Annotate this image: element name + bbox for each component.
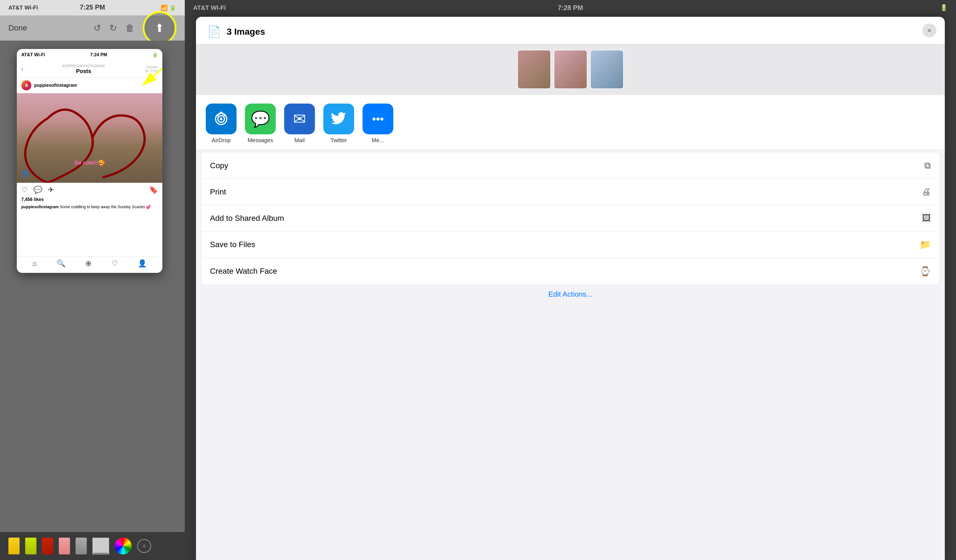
inner-app-name: PUPPIESOFINSTAGRAM — [26, 64, 141, 68]
left-panel: AT&T Wi-Fi 7:25 PM 📶 🔋 Done ↺ ↻ 🗑 ⬆ AT&T… — [0, 0, 185, 560]
share-app-twitter[interactable]: Twitter — [322, 104, 355, 144]
left-toolbar: Done ↺ ↻ 🗑 ⬆ — [0, 16, 185, 41]
copy-icon: ⧉ — [925, 160, 931, 171]
print-icon: 🖨 — [922, 187, 931, 197]
share-app-more[interactable]: ••• Me... — [361, 104, 395, 144]
preview-thumb-3 — [590, 50, 624, 89]
svg-point-4 — [220, 118, 223, 120]
left-battery: 📶 🔋 — [161, 5, 176, 11]
share-actions: Copy ⧉ Print 🖨 Add to Shared Album 🖼 Sav… — [201, 152, 939, 284]
add-shared-album-action[interactable]: Add to Shared Album 🖼 — [201, 205, 939, 231]
caption-username[interactable]: puppiesofinstagram — [21, 205, 59, 209]
inner-time: 7:24 PM — [90, 52, 107, 57]
left-time: 7:25 PM — [80, 3, 105, 11]
share-title: 3 Images — [227, 27, 265, 37]
inner-bottom-nav: ⌂ 🔍 ⊕ ♡ 👤 — [17, 256, 162, 273]
post-actions-left: ♡ 💬 ✈ — [21, 185, 54, 194]
share-header-doc-icon: 📄 — [207, 25, 221, 38]
inner-nav-center: PUPPIESOFINSTAGRAM Posts — [26, 64, 141, 74]
redo-icon[interactable]: ↻ — [110, 23, 117, 33]
watch-face-action[interactable]: Create Watch Face ⌚ — [201, 258, 939, 284]
share-preview-area — [196, 44, 945, 94]
more-label: Me... — [372, 137, 384, 144]
undo-icon[interactable]: ↺ — [93, 23, 101, 33]
preview-thumb-2 — [554, 50, 587, 89]
add-tool-button[interactable]: + — [137, 539, 151, 553]
inner-back-arrow[interactable]: ‹ — [21, 66, 23, 73]
puppy-background: So cute!!🥰 👤 — [17, 93, 162, 183]
more-icon: ••• — [363, 104, 393, 134]
copy-label: Copy — [210, 161, 228, 170]
share-app-airdrop[interactable]: AirDrop — [204, 104, 238, 144]
post-caption: puppiesofinstagram Some cuddling to keep… — [17, 203, 162, 213]
post-avatar: 🐶 — [21, 80, 31, 90]
save-files-action[interactable]: Save to Files 📁 — [201, 231, 939, 258]
inner-nav: ‹ PUPPIESOFINSTAGRAM Posts October 30, 2… — [17, 61, 162, 77]
print-label: Print — [210, 188, 226, 196]
share-button[interactable]: ⬆ — [143, 11, 176, 45]
post-image: So cute!!🥰 👤 — [17, 93, 162, 183]
ruler-tool[interactable] — [93, 538, 109, 554]
right-carrier: AT&T Wi-Fi — [193, 4, 226, 11]
copy-action[interactable]: Copy ⧉ — [201, 152, 939, 179]
profile-nav-icon[interactable]: 👤 — [138, 259, 147, 270]
right-time: 7:28 PM — [558, 4, 583, 12]
print-action[interactable]: Print 🖨 — [201, 179, 939, 205]
search-nav-icon[interactable]: 🔍 — [57, 259, 66, 270]
share-icon: ⬆ — [155, 22, 164, 35]
post-header: 🐶 puppiesofinstagram — [17, 77, 162, 93]
share-header: 📄 3 Images × — [196, 17, 945, 44]
preview-thumb-1 — [517, 50, 551, 89]
person-icon: 👤 — [21, 170, 29, 177]
share-app-mail[interactable]: ✉ Mail — [283, 104, 316, 144]
screenshot-area: AT&T Wi-Fi 7:24 PM 🔋 ‹ PUPPIESOFINSTAGRA… — [0, 41, 185, 532]
add-nav-icon[interactable]: ⊕ — [85, 259, 91, 270]
trash-icon[interactable]: 🗑 — [126, 23, 134, 33]
add-shared-album-label: Add to Shared Album — [210, 214, 284, 223]
twitter-label: Twitter — [330, 137, 347, 144]
inner-carrier: AT&T Wi-Fi — [21, 52, 45, 57]
airdrop-icon — [206, 104, 237, 134]
marker-toolbar: + — [0, 532, 185, 560]
comment-icon[interactable]: 💬 — [33, 185, 42, 194]
inner-phone: AT&T Wi-Fi 7:24 PM 🔋 ‹ PUPPIESOFINSTAGRA… — [17, 49, 162, 273]
home-nav-icon[interactable]: ⌂ — [33, 259, 37, 270]
done-button[interactable]: Done — [8, 24, 27, 33]
color-wheel[interactable] — [115, 538, 132, 554]
share-close-button[interactable]: × — [922, 24, 936, 38]
heart-drawing — [20, 96, 160, 183]
add-shared-album-icon: 🖼 — [922, 213, 931, 223]
airdrop-symbol — [213, 111, 230, 127]
pink-marker[interactable] — [59, 538, 70, 554]
messages-icon: 💬 — [245, 104, 276, 134]
inner-nav-right: October 30, 2018 — [141, 65, 158, 73]
heart-nav-icon[interactable]: ♡ — [112, 259, 118, 270]
right-status-bar: AT&T Wi-Fi 7:28 PM 🔋 — [185, 0, 956, 16]
like-icon[interactable]: ♡ — [21, 185, 28, 194]
share-apps-row: AirDrop 💬 Messages ✉ Mail — [196, 95, 945, 149]
caption-text: Some cuddling to keep away the Sunday Sc… — [60, 205, 151, 209]
share-sheet: 📄 3 Images × — [196, 17, 945, 560]
edit-actions-link[interactable]: Edit Actions... — [196, 284, 945, 304]
share-app-messages[interactable]: 💬 Messages — [244, 104, 277, 144]
red-marker[interactable] — [42, 538, 53, 554]
yellow-marker[interactable] — [8, 538, 20, 554]
save-files-label: Save to Files — [210, 240, 255, 249]
lime-marker[interactable] — [25, 538, 36, 554]
messages-label: Messages — [247, 137, 273, 144]
bookmark-icon[interactable]: 🔖 — [149, 185, 158, 194]
airdrop-label: AirDrop — [212, 137, 231, 144]
edit-actions-label: Edit Actions... — [549, 290, 593, 298]
inner-battery: 🔋 — [152, 52, 158, 58]
inner-status-bar: AT&T Wi-Fi 7:24 PM 🔋 — [17, 49, 162, 61]
gray-marker[interactable] — [75, 538, 87, 554]
post-actions: ♡ 💬 ✈ 🔖 — [17, 183, 162, 197]
inner-date: October 30, 2018 — [141, 65, 158, 73]
share-post-icon[interactable]: ✈ — [48, 185, 54, 194]
twitter-bird — [330, 112, 347, 126]
post-username[interactable]: puppiesofinstagram — [34, 83, 77, 88]
right-panel: AT&T Wi-Fi 7:28 PM 🔋 Done ↺ ↻ 🗑 ⬆ 📄 3 Im… — [185, 0, 956, 560]
save-files-icon: 📁 — [920, 239, 931, 250]
mail-label: Mail — [294, 137, 305, 144]
left-carrier: AT&T Wi-Fi — [8, 5, 38, 11]
